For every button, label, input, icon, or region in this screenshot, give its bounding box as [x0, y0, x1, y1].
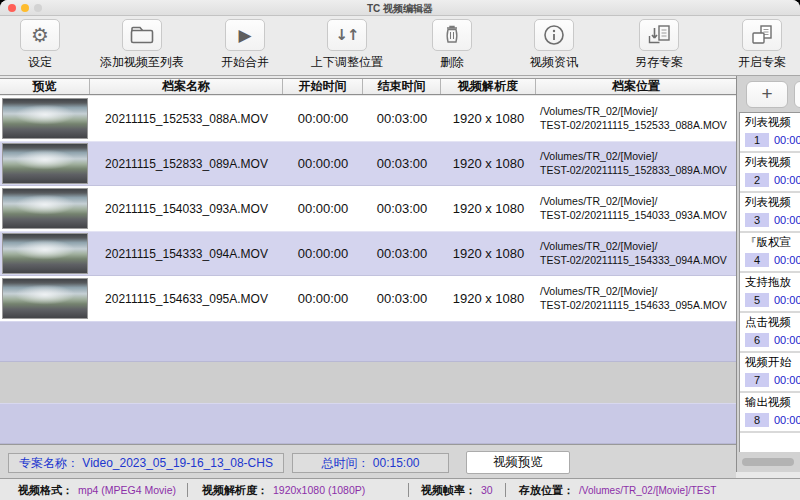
- open-project-icon: [742, 19, 782, 51]
- storage-location-label: 存放位置：: [519, 483, 574, 498]
- footer-panel: 专案名称： Video_2023_05_19-16_13_08-CHS 总时间：…: [0, 444, 736, 478]
- empty-row: [0, 321, 736, 362]
- app-window: TC 视频编辑器 ⚙ 设定 添加视频至列表 ▶ 开始合并 ↓↑ 上下调整位置 删…: [0, 0, 800, 500]
- column-header-end-time[interactable]: 结束时间: [363, 79, 441, 94]
- empty-row: [0, 362, 736, 403]
- item-index-badge: 3: [745, 213, 769, 227]
- list-item[interactable]: 列表视频 300:00:00: [740, 193, 800, 233]
- play-icon: ▶: [225, 19, 265, 51]
- storage-location-value: /Volumes/TR_02/[Movie]/TEST: [579, 485, 716, 496]
- gear-icon: ⚙: [20, 19, 60, 51]
- status-divider: [187, 483, 188, 497]
- info-icon: [534, 19, 574, 51]
- list-item[interactable]: 列表视频 100:00:00: [740, 113, 800, 153]
- item-index-badge: 5: [745, 293, 769, 307]
- save-project-icon: [639, 19, 679, 51]
- empty-row: [0, 403, 736, 444]
- item-index-badge: 8: [745, 413, 769, 427]
- status-divider: [505, 483, 506, 497]
- plus-icon: +: [761, 83, 772, 104]
- table-row[interactable]: 20211115_154633_095A.MOV 00:00:00 00:03:…: [0, 276, 736, 321]
- list-item[interactable]: 『版权宣 400:00:00: [740, 233, 800, 273]
- list-item[interactable]: 点击视频 600:00:00: [740, 313, 800, 353]
- toolbar: ⚙ 设定 添加视频至列表 ▶ 开始合并 ↓↑ 上下调整位置 删除: [0, 16, 800, 76]
- list-item[interactable]: 支持拖放 500:00:00: [740, 273, 800, 313]
- horizontal-scrollbar[interactable]: [742, 458, 794, 466]
- column-header-resolution[interactable]: 视频解析度: [441, 79, 536, 94]
- status-divider: [408, 483, 409, 497]
- dashcam-thumbnail: [2, 143, 88, 184]
- up-down-arrows-icon: ↓↑: [327, 19, 367, 51]
- window-title: TC 视频编辑器: [0, 2, 800, 16]
- sidebar: + 列表视频 100:00:00 列表视频 200:00:00 列表视频 300…: [736, 76, 800, 472]
- save-project-button[interactable]: 另存专案: [599, 19, 719, 71]
- frame-rate-label: 视频帧率：: [421, 483, 476, 498]
- video-table: 20211115_152533_088A.MOV 00:00:00 00:03:…: [0, 96, 736, 444]
- table-row[interactable]: 20211115_154033_093A.MOV 00:00:00 00:03:…: [0, 186, 736, 231]
- item-index-badge: 1: [745, 133, 769, 147]
- video-format-value: mp4 (MPEG4 Movie): [78, 484, 176, 496]
- video-resolution-label: 视频解析度：: [202, 483, 268, 498]
- item-index-badge: 6: [745, 333, 769, 347]
- item-index-badge: 2: [745, 173, 769, 187]
- status-bar: 视频格式： mp4 (MPEG4 Movie) 视频解析度： 1920x1080…: [0, 478, 800, 500]
- table-row[interactable]: 20211115_154333_094A.MOV 00:00:00 00:03:…: [0, 231, 736, 276]
- column-header-filename[interactable]: 档案名称: [90, 79, 283, 94]
- dashcam-thumbnail: [2, 233, 88, 274]
- add-button[interactable]: +: [746, 81, 788, 108]
- item-index-badge: 4: [745, 253, 769, 267]
- open-project-button[interactable]: 开启专案: [702, 19, 800, 71]
- video-info-button[interactable]: 视频资讯: [494, 19, 614, 71]
- sidebar-secondary-button[interactable]: [794, 81, 800, 108]
- item-index-badge: 7: [745, 373, 769, 387]
- column-header-location[interactable]: 档案位置: [536, 79, 736, 94]
- dashcam-thumbnail: [2, 188, 88, 229]
- sidebar-list: 列表视频 100:00:00 列表视频 200:00:00 列表视频 300:0…: [739, 112, 800, 452]
- total-time-field: 总时间： 00:15:00: [292, 453, 449, 473]
- title-bar: TC 视频编辑器: [0, 0, 800, 16]
- table-row[interactable]: 20211115_152833_089A.MOV 00:00:00 00:03:…: [0, 141, 736, 186]
- trash-icon: [432, 19, 472, 51]
- dashcam-thumbnail: [2, 98, 88, 139]
- table-header: 预览 档案名称 开始时间 结束时间 视频解析度 档案位置: [0, 78, 736, 95]
- column-header-start-time[interactable]: 开始时间: [283, 79, 363, 94]
- list-item[interactable]: 输出视频 800:00:00: [740, 393, 800, 433]
- video-resolution-value: 1920x1080 (1080P): [273, 484, 365, 496]
- add-video-button[interactable]: 添加视频至列表: [82, 19, 202, 71]
- video-format-label: 视频格式：: [18, 483, 73, 498]
- video-preview-button[interactable]: 视频预览: [466, 451, 570, 474]
- project-name-field: 专案名称： Video_2023_05_19-16_13_08-CHS: [8, 453, 284, 473]
- folder-icon: [122, 19, 162, 51]
- list-item[interactable]: 列表视频 200:00:00: [740, 153, 800, 193]
- list-item[interactable]: 视频开始 700:00:00: [740, 353, 800, 393]
- reorder-button[interactable]: ↓↑ 上下调整位置: [287, 19, 407, 71]
- table-row[interactable]: 20211115_152533_088A.MOV 00:00:00 00:03:…: [0, 96, 736, 141]
- frame-rate-value: 30: [481, 484, 493, 496]
- column-header-preview[interactable]: 预览: [0, 79, 90, 94]
- dashcam-thumbnail: [2, 278, 88, 319]
